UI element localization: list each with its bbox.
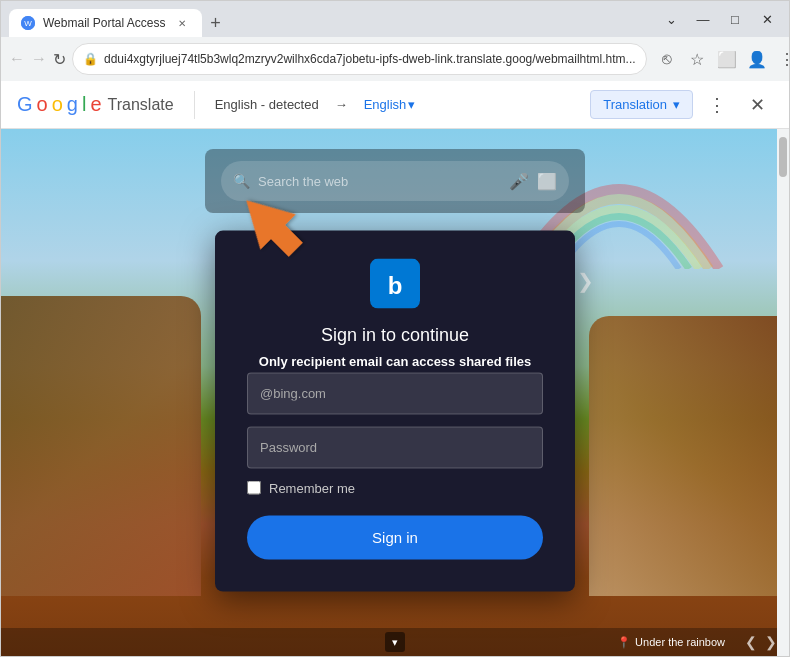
remember-me-checkbox[interactable] <box>247 481 261 495</box>
svg-text:b: b <box>388 271 403 298</box>
translate-bar-actions: Translation ▾ ⋮ ✕ <box>590 89 773 121</box>
bing-logo: b <box>370 258 420 308</box>
location-label: 📍 Under the rainbow <box>617 636 725 649</box>
remember-me-label: Remember me <box>269 480 355 495</box>
google-g: G <box>17 93 33 116</box>
svg-text:W: W <box>24 19 32 28</box>
window-controls: ⌄ — □ ✕ <box>657 5 781 33</box>
password-input[interactable] <box>247 426 543 468</box>
slider-next-button[interactable]: ❯ <box>577 269 594 293</box>
toolbar: ← → ↻ 🔒 ddui4xgtyrjluej74tl5b3wlq2mzryv2… <box>1 37 789 81</box>
forward-button[interactable]: → <box>31 45 47 73</box>
bottom-scroll-buttons: ▾ <box>385 632 405 652</box>
translate-label: Translate <box>108 96 174 114</box>
tab-area: W Webmail Portal Access ✕ + <box>9 1 649 37</box>
page-nav-next[interactable]: ❯ <box>765 634 777 650</box>
source-language: English - detected <box>215 97 319 112</box>
share-icon[interactable]: ⎋ <box>653 45 681 73</box>
page-content: 🔍 Search the web 🎤 ⬜ ❮ ❯ Ask real questi… <box>1 129 789 656</box>
dropdown-arrow-icon: ▾ <box>673 97 680 112</box>
window-close-button[interactable]: ✕ <box>753 5 781 33</box>
search-action-icons: 🎤 ⬜ <box>509 172 557 191</box>
translate-close-button[interactable]: ✕ <box>741 89 773 121</box>
window-minimize-button[interactable]: — <box>689 5 717 33</box>
title-bar: W Webmail Portal Access ✕ + ⌄ — □ ✕ <box>1 1 789 37</box>
search-placeholder: Search the web <box>258 174 501 189</box>
sign-in-button[interactable]: Sign in <box>247 515 543 559</box>
canyon-right <box>589 316 789 596</box>
separator <box>194 91 195 119</box>
modal-title: Sign in to continue <box>321 324 469 345</box>
login-modal: b Sign in to continue Only recipient ema… <box>215 230 575 591</box>
remember-me-row: Remember me <box>247 480 543 495</box>
search-icon: 🔍 <box>233 173 250 189</box>
lang-arrow-icon: → <box>335 97 348 112</box>
window-restore-icon[interactable]: ⌄ <box>657 5 685 33</box>
new-tab-button[interactable]: + <box>202 9 230 37</box>
refresh-button[interactable]: ↻ <box>53 45 66 73</box>
location-pin-icon: 📍 <box>617 636 631 649</box>
chevron-down-icon: ▾ <box>408 97 415 112</box>
tab-favicon: W <box>21 16 35 30</box>
mic-icon[interactable]: 🎤 <box>509 172 529 191</box>
back-button[interactable]: ← <box>9 45 25 73</box>
bottom-bar: ▾ 📍 Under the rainbow ❮ ❯ <box>1 628 789 656</box>
page-nav-prev[interactable]: ❮ <box>745 634 757 650</box>
bing-search-bar[interactable]: 🔍 Search the web 🎤 ⬜ <box>221 161 569 201</box>
browser-window: W Webmail Portal Access ✕ + ⌄ — □ ✕ ← → … <box>0 0 790 657</box>
profile-icon[interactable]: 👤 <box>743 45 771 73</box>
toolbar-icons: ⎋ ☆ ⬜ 👤 ⋮ <box>653 45 790 73</box>
tab-title: Webmail Portal Access <box>43 16 166 30</box>
tab-close-button[interactable]: ✕ <box>174 15 190 31</box>
camera-icon[interactable]: ⬜ <box>537 172 557 191</box>
browser-tab[interactable]: W Webmail Portal Access ✕ <box>9 9 202 37</box>
window-maximize-button[interactable]: □ <box>721 5 749 33</box>
more-options-icon[interactable]: ⋮ <box>773 45 790 73</box>
scroll-thumb[interactable] <box>779 137 787 177</box>
lock-icon: 🔒 <box>83 52 98 66</box>
bookmark-icon[interactable]: ☆ <box>683 45 711 73</box>
translate-more-button[interactable]: ⋮ <box>701 89 733 121</box>
scroll-down-button[interactable]: ▾ <box>385 632 405 652</box>
extension-icon[interactable]: ⬜ <box>713 45 741 73</box>
google-logo: Google Translate <box>17 93 174 116</box>
translate-bar: Google Translate English - detected → En… <box>1 81 789 129</box>
url-text: ddui4xgtyrjluej74tl5b3wlq2mzryv2wilhx6cd… <box>104 52 636 66</box>
target-language-button[interactable]: English ▾ <box>364 97 416 112</box>
modal-subtitle: Only recipient email can access shared f… <box>259 353 531 368</box>
canyon-left <box>1 296 201 596</box>
address-bar[interactable]: 🔒 ddui4xgtyrjluej74tl5b3wlq2mzryv2wilhx6… <box>72 43 647 75</box>
bing-search-overlay: 🔍 Search the web 🎤 ⬜ <box>205 149 585 213</box>
translation-button[interactable]: Translation ▾ <box>590 90 693 119</box>
scroll-indicator <box>777 129 789 656</box>
email-input[interactable] <box>247 372 543 414</box>
